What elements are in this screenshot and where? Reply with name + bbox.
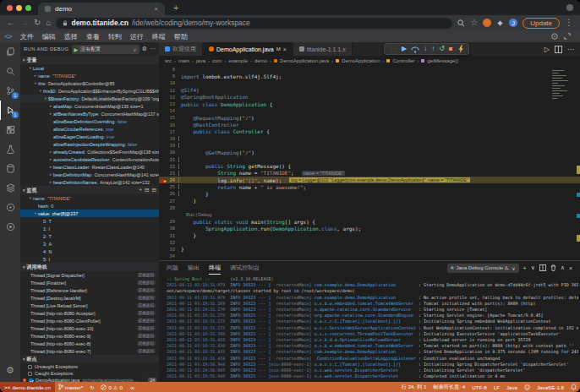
line-number[interactable]: 19 xyxy=(159,143,181,148)
sidebar-item-extensions[interactable] xyxy=(0,120,20,139)
home-icon[interactable]: ⌂ xyxy=(46,19,51,27)
line-number[interactable]: 33 xyxy=(159,247,181,252)
sidebar-item-database[interactable] xyxy=(0,159,20,178)
code-line[interactable]: 19 xyxy=(159,142,580,149)
checkbox[interactable] xyxy=(28,365,32,369)
sidebar-item-layers[interactable] xyxy=(0,178,20,198)
breadcrumb-item[interactable]: src xyxy=(165,58,172,63)
close-window-icon[interactable] xyxy=(7,5,13,11)
forward-icon[interactable]: → xyxy=(20,19,29,27)
code-line[interactable]: 21 xyxy=(159,155,580,162)
watch-section-header[interactable]: ▾ 监视 + ⊟ ⊟ xyxy=(20,186,159,194)
code-line[interactable]: 17 public class Controller { xyxy=(159,128,580,135)
tab-welcome[interactable]: 欢迎使用 xyxy=(159,42,203,56)
tree-row[interactable]: ▾this$0:DemoApplication$$EnhancerBySprin… xyxy=(20,87,159,95)
toolbar-grip-handle[interactable]: ⋮⋮ xyxy=(389,46,397,52)
tab-overview-icon[interactable] xyxy=(566,4,573,11)
tree-row[interactable]: ▾name:"TITANIDE" xyxy=(20,194,159,202)
line-number[interactable]: 25 xyxy=(159,184,181,189)
panel-tab-输出[interactable]: 输出 xyxy=(188,261,200,275)
notifications-bell-icon[interactable] xyxy=(567,384,580,390)
sidebar-item-remote-target[interactable] xyxy=(0,217,20,237)
code-line[interactable]: 25 return name + " is awesome!"; xyxy=(159,183,580,190)
step-out-icon[interactable]: ↑ xyxy=(431,46,435,52)
cursor-position[interactable]: 行 24, 列 1 xyxy=(398,384,430,391)
encoding-indicator[interactable]: UTF-8 xyxy=(468,384,490,390)
line-number[interactable]: 16 xyxy=(159,122,181,128)
tree-row[interactable]: ▾Local xyxy=(20,64,159,72)
thread-row[interactable]: Thread [http-nio-8080-exec-7]正在运行 xyxy=(20,347,159,355)
panel-tab-问题[interactable]: 问题 xyxy=(167,261,178,275)
update-button[interactable]: Update xyxy=(523,18,560,29)
breadcrumb-item[interactable]: main xyxy=(178,58,189,63)
menu-item[interactable]: 查看 xyxy=(82,33,104,41)
continue-icon[interactable]: ▶ xyxy=(402,46,407,52)
info-icon[interactable] xyxy=(551,33,558,40)
code-line[interactable]: 22 public String getMessage() { xyxy=(159,163,580,170)
tree-row[interactable]: 5:I xyxy=(20,255,159,263)
tree-row[interactable]: ▾this:DemoApplication$Controller@85 xyxy=(20,79,159,87)
code-line[interactable]: 31 } xyxy=(159,232,580,239)
line-number[interactable]: 32 xyxy=(159,240,181,245)
thread-row[interactable]: Thread [http-nio-8080-exec-10]正在运行 xyxy=(20,324,159,332)
codelens-run-debug[interactable]: Run | Debug xyxy=(181,212,211,217)
code-line[interactable]: 9import lombok.extern.slf4j.Slf4j; xyxy=(159,73,580,79)
profile-avatar[interactable]: J xyxy=(509,19,517,27)
code-line[interactable]: 12@SpringBootApplication xyxy=(159,94,580,101)
code-line[interactable]: 32 xyxy=(159,239,580,246)
code-line[interactable]: 30 SpringApplication.run(DemoApplication… xyxy=(159,225,580,231)
console-selector[interactable]: 4: Java Debug Console (L ∨ xyxy=(447,264,519,273)
sidebar-item-source-control[interactable]: 1 xyxy=(0,81,20,101)
line-number[interactable]: 22 xyxy=(159,164,181,169)
debug-config-dropdown[interactable]: ▶ 没有配置 ∨ xyxy=(72,45,140,54)
browser-tab[interactable]: demo × xyxy=(38,3,165,15)
breakpoint-exception-row[interactable]: Caught Exceptions xyxy=(20,370,159,377)
menu-item[interactable]: 编辑 xyxy=(38,33,60,41)
breadcrumb-item[interactable]: example xyxy=(228,58,248,63)
restore-layout-icon[interactable] xyxy=(564,33,571,40)
line-number[interactable]: 8 xyxy=(159,67,181,72)
window-controls[interactable] xyxy=(0,5,38,11)
sidebar-item-explorer[interactable] xyxy=(0,42,20,62)
line-number[interactable]: 30 xyxy=(159,226,181,231)
debug-settings-gear-icon[interactable]: ⚙ xyxy=(142,46,147,52)
line-number[interactable]: 31 xyxy=(159,233,181,238)
thread-row[interactable]: Thread [Reference Handler]正在运行 xyxy=(20,286,159,294)
sync-indicator[interactable]: ↻ xyxy=(86,384,97,390)
breadcrumb-item[interactable]: DemoApplication.java xyxy=(280,58,329,63)
browser-menu-icon[interactable]: ⋮ xyxy=(565,19,573,27)
tree-row[interactable]: 3:A xyxy=(20,240,159,248)
variables-section-header[interactable]: ▾ 变量 xyxy=(20,56,159,64)
code-line[interactable]: 23 String name = "TITANIDE";name = "TITA… xyxy=(159,170,580,177)
code-line[interactable]: 13public class DemoApplication { xyxy=(159,101,580,107)
line-number[interactable]: 29 xyxy=(159,219,181,224)
code-line[interactable]: 10 xyxy=(159,79,580,86)
jdk-indicator[interactable]: JavaSE-1.8 xyxy=(533,384,567,390)
code-line[interactable]: 8 xyxy=(159,66,580,73)
tree-row[interactable]: ▸autowireCandidateResolver:ContextAnnota… xyxy=(20,155,159,163)
line-number[interactable]: 26 xyxy=(159,191,181,196)
line-number[interactable]: 15 xyxy=(159,115,181,120)
line-number[interactable]: 17 xyxy=(159,129,181,134)
search-icon[interactable] xyxy=(457,19,465,27)
code-line[interactable]: 11@Slf4j xyxy=(159,87,580,94)
line-number[interactable]: 11 xyxy=(159,88,181,93)
tab-close-icon[interactable]: × xyxy=(154,5,158,13)
code-line[interactable]: 18 xyxy=(159,135,580,142)
sidebar-item-live-preview[interactable] xyxy=(0,198,20,217)
close-panel-icon[interactable]: × xyxy=(569,265,572,271)
tree-row[interactable]: ▸allBeanNamesByType:ConcurrentHashMap@13… xyxy=(20,110,159,117)
step-over-icon[interactable] xyxy=(411,46,419,53)
menu-item[interactable]: 帮助 xyxy=(170,33,192,41)
thread-row[interactable]: Thread [Signal Dispatcher]正在运行 xyxy=(20,271,159,279)
sidebar-item-run-debug[interactable]: 1 xyxy=(0,101,20,120)
line-number[interactable]: 20 xyxy=(159,150,181,155)
codelens-row[interactable]: Run | Debug xyxy=(159,211,580,218)
feedback-smiley-icon[interactable] xyxy=(521,384,533,390)
thread-row[interactable]: Thread [DestroyJavaVM]正在运行 xyxy=(20,294,159,302)
code-line[interactable]: 29 public static void main(String[] args… xyxy=(159,218,580,225)
tree-row[interactable]: 1:I xyxy=(20,225,159,232)
checkbox[interactable] xyxy=(28,372,32,376)
code-editor[interactable]: 89import lombok.extern.slf4j.Slf4j;1011@… xyxy=(159,66,580,260)
line-number[interactable]: 12 xyxy=(159,95,181,100)
